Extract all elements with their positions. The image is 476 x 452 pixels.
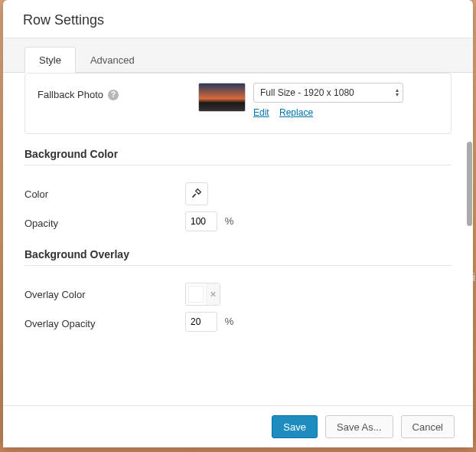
overlay-color-label: Overlay Color bbox=[24, 283, 185, 300]
fallback-photo-thumbnail[interactable] bbox=[198, 83, 246, 112]
tab-style[interactable]: Style bbox=[24, 47, 76, 73]
divider bbox=[24, 265, 452, 266]
tab-advanced[interactable]: Advanced bbox=[76, 47, 149, 73]
photo-edit-link[interactable]: Edit bbox=[253, 107, 269, 118]
modal-header: Row Settings bbox=[3, 0, 473, 38]
overlay-color-swatch bbox=[188, 286, 204, 303]
help-icon[interactable]: ? bbox=[108, 90, 119, 100]
modal-body[interactable]: Fallback Photo ? Full Size - 1920 x 1080… bbox=[3, 73, 473, 405]
background-color-heading: Background Color bbox=[24, 148, 452, 160]
photo-size-select[interactable]: Full Size - 1920 x 1080 ▴▾ bbox=[253, 83, 403, 103]
opacity-unit: % bbox=[225, 215, 234, 227]
chevron-updown-icon: ▴▾ bbox=[396, 88, 399, 97]
opacity-input[interactable] bbox=[185, 211, 217, 231]
close-icon[interactable]: × bbox=[206, 283, 220, 305]
opacity-label: Opacity bbox=[24, 211, 185, 229]
save-button[interactable]: Save bbox=[272, 415, 318, 438]
scrollbar-thumb[interactable] bbox=[467, 142, 472, 226]
overlay-color-picker[interactable]: × bbox=[185, 283, 220, 306]
overlay-opacity-unit: % bbox=[225, 316, 234, 327]
eyedropper-icon bbox=[191, 187, 203, 201]
row-settings-modal: Row Settings Style Advanced Fallback Pho… bbox=[3, 0, 473, 447]
fallback-photo-label: Fallback Photo bbox=[37, 89, 103, 100]
background-overlay-heading: Background Overlay bbox=[24, 248, 452, 260]
modal-footer: Save Save As... Cancel bbox=[3, 405, 473, 447]
tabs-bar: Style Advanced bbox=[3, 38, 473, 73]
cancel-button[interactable]: Cancel bbox=[401, 415, 455, 438]
overlay-opacity-input[interactable] bbox=[185, 312, 217, 332]
photo-replace-link[interactable]: Replace bbox=[279, 107, 313, 118]
fallback-photo-panel: Fallback Photo ? Full Size - 1920 x 1080… bbox=[24, 73, 452, 134]
color-picker-button[interactable] bbox=[185, 182, 208, 205]
modal-title: Row Settings bbox=[23, 12, 453, 28]
divider bbox=[24, 165, 452, 165]
color-label: Color bbox=[24, 182, 185, 200]
overlay-opacity-label: Overlay Opacity bbox=[24, 312, 185, 329]
photo-size-selected: Full Size - 1920 x 1080 bbox=[260, 87, 354, 98]
save-as-button[interactable]: Save As... bbox=[325, 415, 393, 438]
